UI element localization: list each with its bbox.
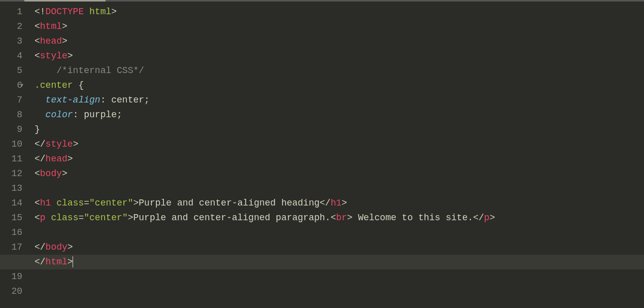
line-number: 7 <box>0 93 22 108</box>
code-line[interactable]: color: purple; <box>35 108 644 122</box>
code-line[interactable]: } <box>35 122 644 137</box>
line-number: 13 <box>0 181 22 196</box>
line-number: 9 <box>0 122 22 137</box>
code-line[interactable] <box>35 269 644 284</box>
code-line[interactable]: </head> <box>35 152 644 166</box>
code-line[interactable]: <p class="center">Purple and center-alig… <box>35 211 644 225</box>
fold-toggle-icon[interactable]: ▼ <box>20 78 23 93</box>
line-number: 2 <box>0 19 22 34</box>
code-line[interactable]: .center { <box>35 78 644 93</box>
code-line[interactable]: </body> <box>35 240 644 255</box>
line-number: 12 <box>0 166 22 181</box>
line-number: 1 <box>0 5 22 19</box>
line-number: 17 <box>0 240 22 255</box>
line-number: 20 <box>0 284 22 299</box>
code-line[interactable] <box>35 181 644 196</box>
code-line[interactable]: </style> <box>35 137 644 152</box>
code-line[interactable]: <!DOCTYPE html> <box>35 5 644 19</box>
code-line-active[interactable]: </html> <box>35 255 644 269</box>
code-line[interactable] <box>35 225 644 240</box>
code-line[interactable]: /*internal CSS*/ <box>35 63 644 78</box>
code-line[interactable]: <head> <box>35 34 644 49</box>
line-number: 6▼ <box>0 78 22 93</box>
code-area[interactable]: <!DOCTYPE html> <html> <head> <style> /*… <box>28 5 644 308</box>
code-editor[interactable]: 1 2 3 4 5 6▼ 7 8 9 10 11 12 13 14 15 16 … <box>0 0 644 308</box>
line-number: 16 <box>0 225 22 240</box>
line-number: 14 <box>0 196 22 211</box>
line-number: 4 <box>0 49 22 63</box>
line-number: 5 <box>0 63 22 78</box>
active-tab-indicator <box>24 0 106 2</box>
code-line[interactable] <box>35 284 644 299</box>
code-line[interactable]: <style> <box>35 49 644 63</box>
text-cursor <box>73 256 73 267</box>
line-number: 15 <box>0 211 22 225</box>
line-number: 8 <box>0 108 22 122</box>
code-line[interactable]: text-align: center; <box>35 93 644 108</box>
code-line[interactable]: <html> <box>35 19 644 34</box>
line-number: 10 <box>0 137 22 152</box>
code-line[interactable]: <h1 class="center">Purple and center-ali… <box>35 196 644 211</box>
code-line[interactable]: <body> <box>35 166 644 181</box>
line-number: 11 <box>0 152 22 166</box>
line-number: 19 <box>0 269 22 284</box>
line-number: 3 <box>0 34 22 49</box>
